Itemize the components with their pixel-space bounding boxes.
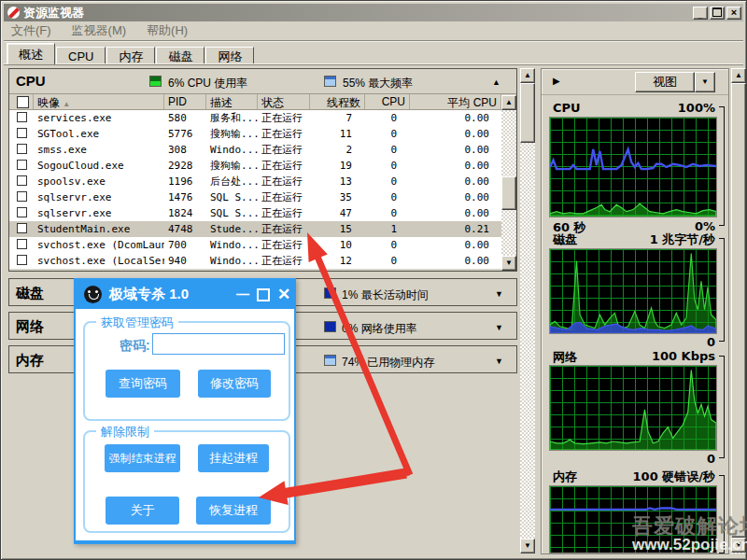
network-graph [549, 365, 717, 451]
process-cpu: 0 [365, 189, 410, 205]
process-desc: 后台处... [206, 174, 258, 189]
remove-limits-group: 解除限制 强制结束进程 挂起进程 关于 恢复进程 [83, 430, 290, 533]
table-row[interactable]: SGTool.exe5776搜狗输...正在运行1100.00 [9, 126, 502, 142]
cpu-section-header[interactable]: CPU 6% CPU 使用率 55% 最大频率 ▲ [9, 69, 516, 94]
password-input[interactable] [152, 333, 285, 355]
series-cpu-usage [550, 203, 716, 217]
table-row[interactable]: StudentMain.exe4748Stude...正在运行1510.21 [9, 221, 502, 237]
row-checkbox[interactable] [9, 158, 34, 174]
suspend-process-button[interactable]: 挂起进程 [198, 444, 269, 472]
process-table-body: services.exe580服务和...正在运行700.00SGTool.ex… [9, 110, 502, 269]
graph-cpu-scale-top: 100% [678, 101, 715, 115]
series-disk-io [550, 254, 716, 334]
pane-scroll-thumb[interactable] [520, 83, 535, 143]
minimize-button[interactable]: _ [693, 7, 708, 20]
process-pid: 940 [164, 253, 206, 269]
row-checkbox[interactable] [9, 237, 34, 253]
tab-memory[interactable]: 内存 [106, 47, 155, 64]
view-button[interactable]: 视图 [635, 72, 695, 92]
menu-file[interactable]: 文件(F) [11, 22, 51, 39]
process-status: 正在运行 [258, 189, 310, 205]
table-row[interactable]: sqlservr.exe1476SQL S...正在运行3500.00 [9, 189, 502, 205]
pane-scroll-down-icon[interactable]: ▼ [520, 539, 535, 553]
table-row[interactable]: svchost.exe (LocalServ...940Windo...正在运行… [9, 253, 502, 269]
network-section-title: 网络 [16, 318, 44, 336]
row-checkbox[interactable] [9, 174, 34, 189]
dialog-close-icon[interactable]: ✕ [274, 280, 294, 309]
process-threads: 19 [310, 158, 365, 174]
tab-strip: 概述 CPU 内存 磁盘 网络 [7, 43, 255, 64]
row-checkbox[interactable] [9, 221, 34, 237]
graph-disk-scale-top: 1 兆字节/秒 [650, 231, 715, 248]
table-row[interactable]: spoolsv.exe1196后台处...正在运行1300.00 [9, 174, 502, 189]
process-avg-cpu: 0.21 [410, 221, 502, 237]
view-dropdown-icon[interactable]: ▼ [695, 72, 715, 92]
table-row[interactable]: sqlservr.exe1824SQL S...正在运行4700.00 [9, 205, 502, 221]
dialog-maximize-icon[interactable] [253, 280, 274, 309]
expand-disk-icon[interactable]: ▼ [495, 289, 503, 299]
process-avg-cpu: 0.00 [410, 205, 502, 221]
panel-scroll-up-icon[interactable]: ▲ [731, 68, 746, 83]
table-scroll-thumb[interactable] [501, 176, 516, 210]
table-row[interactable]: svchost.exe (DcomLaunch)700Windo...正在运行1… [9, 237, 502, 253]
network-meter-icon [324, 321, 336, 332]
process-pid: 308 [164, 142, 206, 158]
row-checkbox[interactable] [9, 253, 34, 269]
tab-overview[interactable]: 概述 [7, 43, 55, 64]
tab-cpu[interactable]: CPU [56, 47, 106, 64]
expand-network-icon[interactable]: ▼ [495, 323, 503, 332]
tab-divider [4, 63, 743, 65]
tab-disk[interactable]: 磁盘 [156, 47, 204, 64]
max-frequency-icon [324, 76, 336, 87]
row-checkbox[interactable] [9, 142, 34, 158]
cpu-graph [549, 117, 717, 217]
row-checkbox[interactable] [9, 189, 34, 205]
change-password-button[interactable]: 修改密码 [198, 370, 271, 398]
table-row[interactable]: services.exe580服务和...正在运行700.00 [9, 110, 502, 126]
table-row[interactable]: SogouCloud.exe2928搜狗输...正在运行1900.00 [9, 158, 502, 174]
process-status: 正在运行 [258, 110, 310, 126]
column-pid[interactable]: PID [164, 94, 206, 109]
about-button[interactable]: 关于 [106, 497, 179, 525]
column-image[interactable]: 映像 ▲ [34, 94, 164, 109]
header-checkbox[interactable] [9, 94, 34, 109]
process-status: 正在运行 [258, 253, 310, 269]
process-pid: 1476 [164, 189, 206, 205]
graph-disk-title: 磁盘 [553, 231, 577, 248]
panel-scroll-thumb[interactable] [731, 83, 746, 538]
process-status: 正在运行 [258, 126, 310, 142]
max-frequency-label: 55% 最大频率 [343, 76, 413, 91]
collapse-cpu-icon[interactable]: ▲ [492, 77, 500, 87]
expand-memory-icon[interactable]: ▼ [495, 357, 503, 366]
jiyu-killer-dialog: 极域专杀 1.0 — ✕ 获取管理密码 密码: 查询密码 修改密码 解除限制 强… [74, 278, 296, 544]
row-checkbox[interactable] [9, 126, 34, 142]
process-avg-cpu: 0.00 [410, 253, 502, 269]
dialog-face-icon [84, 286, 102, 303]
column-cpu[interactable]: CPU [365, 94, 410, 109]
tab-network[interactable]: 网络 [205, 47, 254, 64]
disk-meter-icon [324, 287, 336, 299]
pane-scroll-up-icon[interactable]: ▲ [520, 68, 535, 83]
expand-panel-icon[interactable]: ▶ [553, 76, 560, 86]
menu-help[interactable]: 帮助(H) [147, 22, 188, 39]
menu-monitor[interactable]: 监视器(M) [72, 22, 127, 39]
column-threads[interactable]: 线程数 [310, 94, 365, 109]
table-scroll-down-icon[interactable]: ▼ [501, 256, 516, 271]
row-checkbox[interactable] [9, 110, 34, 126]
table-scroll-up-icon[interactable]: ▲ [501, 95, 516, 110]
query-password-button[interactable]: 查询密码 [106, 370, 180, 398]
graph-memory-scale-top: 100 硬错误/秒 [633, 469, 715, 485]
disk-section-title: 磁盘 [16, 285, 44, 302]
close-button[interactable]: × [726, 7, 741, 20]
resume-process-button[interactable]: 恢复进程 [196, 497, 271, 525]
column-desc[interactable]: 描述 [206, 94, 258, 109]
force-kill-process-button[interactable]: 强制结束进程 [105, 444, 180, 472]
process-status: 正在运行 [258, 142, 310, 158]
table-row[interactable]: smss.exe308Windo...正在运行200.00 [9, 142, 502, 158]
column-avg-cpu[interactable]: 平均 CPU [410, 94, 501, 109]
window-title: 资源监视器 [23, 5, 691, 21]
dialog-minimize-icon[interactable]: — [233, 280, 253, 309]
column-status[interactable]: 状态 [258, 94, 310, 109]
maximize-button[interactable] [710, 7, 725, 20]
row-checkbox[interactable] [9, 205, 34, 221]
